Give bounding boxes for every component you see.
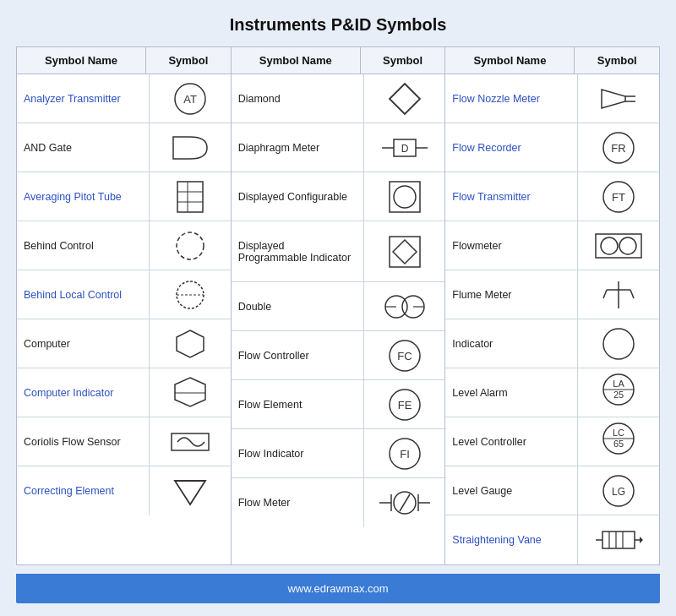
row-symbol xyxy=(150,270,231,319)
svg-marker-9 xyxy=(177,330,204,357)
table-row: Flow Recorder FR xyxy=(445,123,659,172)
row-symbol xyxy=(364,74,445,123)
row-symbol xyxy=(150,221,231,270)
row-name: Correcting Element xyxy=(17,466,150,515)
svg-text:FI: FI xyxy=(400,448,410,461)
row-symbol: FC xyxy=(364,331,445,379)
row-symbol xyxy=(578,319,659,368)
svg-text:FT: FT xyxy=(612,191,625,204)
footer: www.edrawmax.com xyxy=(16,574,660,603)
svg-text:FE: FE xyxy=(397,399,412,412)
row-symbol xyxy=(150,417,231,466)
row-symbol xyxy=(364,282,445,330)
row-name: Level Alarm xyxy=(445,368,578,417)
row-symbol xyxy=(364,221,445,281)
row-name: Flow Indicator xyxy=(232,429,364,477)
svg-marker-22 xyxy=(393,240,417,264)
svg-text:65: 65 xyxy=(613,439,624,449)
table-row: Flow Transmitter FT xyxy=(445,172,659,221)
table-row: Flowmeter xyxy=(445,221,659,270)
row-name: Diaphragm Meter xyxy=(232,123,364,172)
table-row: Flow Nozzle Meter xyxy=(445,74,659,123)
row-symbol xyxy=(364,478,445,527)
row-name: Displayed Programmable Indicator xyxy=(232,221,364,281)
svg-marker-39 xyxy=(602,90,625,108)
col3-header-name: Symbol Name xyxy=(445,47,575,74)
table-row: Behind Local Control xyxy=(17,270,231,319)
row-name: Straightening Vane xyxy=(445,515,578,564)
table-row: Straightening Vane xyxy=(445,515,659,564)
row-symbol xyxy=(364,172,445,221)
row-symbol xyxy=(150,466,231,515)
svg-marker-10 xyxy=(175,378,205,406)
row-symbol: LG xyxy=(578,466,659,515)
svg-point-48 xyxy=(619,237,636,254)
svg-rect-65 xyxy=(602,532,635,548)
table-row: Diamond xyxy=(232,74,445,123)
col1-section: Symbol Name Symbol Analyzer Transmitter … xyxy=(17,47,232,564)
main-table: Symbol Name Symbol Analyzer Transmitter … xyxy=(16,46,660,565)
row-name: Flow Transmitter xyxy=(445,172,578,221)
row-name: Computer Indicator xyxy=(17,368,150,417)
table-row: Coriolis Flow Sensor xyxy=(17,417,231,466)
svg-rect-12 xyxy=(172,433,209,450)
svg-text:LC: LC xyxy=(613,428,624,438)
row-name: Flow Controller xyxy=(232,331,364,379)
table-row: Diaphragm Meter D xyxy=(232,123,445,172)
row-name: Double xyxy=(232,282,364,330)
col2-section: Symbol Name Symbol Diamond Diaphragm Met… xyxy=(232,47,446,564)
row-name: Displayed Configurable xyxy=(232,172,364,221)
row-name: Flow Recorder xyxy=(445,123,578,172)
row-symbol xyxy=(150,368,231,417)
table-row: Averaging Pitot Tube xyxy=(17,172,231,221)
row-name: Analyzer Transmitter xyxy=(17,74,150,123)
svg-point-20 xyxy=(394,186,416,208)
row-symbol xyxy=(578,74,659,123)
table-row: Analyzer Transmitter AT xyxy=(17,74,231,123)
col3-header-sym: Symbol xyxy=(575,47,659,74)
row-symbol xyxy=(578,270,659,319)
table-row: Computer xyxy=(17,319,231,368)
svg-marker-13 xyxy=(175,481,205,504)
row-name: Level Gauge xyxy=(445,466,578,515)
svg-rect-2 xyxy=(177,182,203,212)
row-symbol xyxy=(578,221,659,270)
table-row: Flow Element FE xyxy=(232,380,445,429)
svg-text:AT: AT xyxy=(183,93,197,106)
row-name: Flume Meter xyxy=(445,270,578,319)
row-name: AND Gate xyxy=(17,123,150,172)
table-row: Indicator xyxy=(445,319,659,368)
svg-text:25: 25 xyxy=(613,390,624,400)
svg-point-47 xyxy=(601,237,618,254)
row-name: Diamond xyxy=(232,74,364,123)
svg-line-36 xyxy=(400,494,410,511)
svg-rect-46 xyxy=(596,234,641,258)
svg-marker-70 xyxy=(640,537,643,543)
svg-text:FC: FC xyxy=(397,350,412,363)
row-name: Behind Local Control xyxy=(17,270,150,319)
row-symbol: FT xyxy=(578,172,659,221)
col1-header-name: Symbol Name xyxy=(17,47,146,74)
svg-text:LG: LG xyxy=(612,486,625,498)
row-name: Flow Nozzle Meter xyxy=(445,74,578,123)
svg-point-53 xyxy=(603,329,634,359)
table-row: Level Controller LC 65 xyxy=(445,417,659,466)
row-symbol: LA 25 xyxy=(578,368,659,417)
row-name: Flow Meter xyxy=(232,478,364,527)
table-row: Flow Indicator FI xyxy=(232,429,445,478)
col1-header-sym: Symbol xyxy=(146,47,231,74)
table-row: Displayed Configurable xyxy=(232,172,445,221)
row-symbol: LC 65 xyxy=(578,417,659,466)
col2-header-sym: Symbol xyxy=(361,47,445,74)
row-name: Indicator xyxy=(445,319,578,368)
table-row: Computer Indicator xyxy=(17,368,231,417)
col2-header-name: Symbol Name xyxy=(232,47,361,74)
table-row: Level Alarm LA 25 xyxy=(445,368,659,417)
row-name: Behind Control xyxy=(17,221,150,270)
row-symbol xyxy=(150,123,231,172)
row-name: Computer xyxy=(17,319,150,368)
row-symbol xyxy=(150,319,231,368)
svg-text:FR: FR xyxy=(612,142,626,155)
table-row: Flow Controller FC xyxy=(232,331,445,380)
table-row: Flow Meter xyxy=(232,478,445,527)
